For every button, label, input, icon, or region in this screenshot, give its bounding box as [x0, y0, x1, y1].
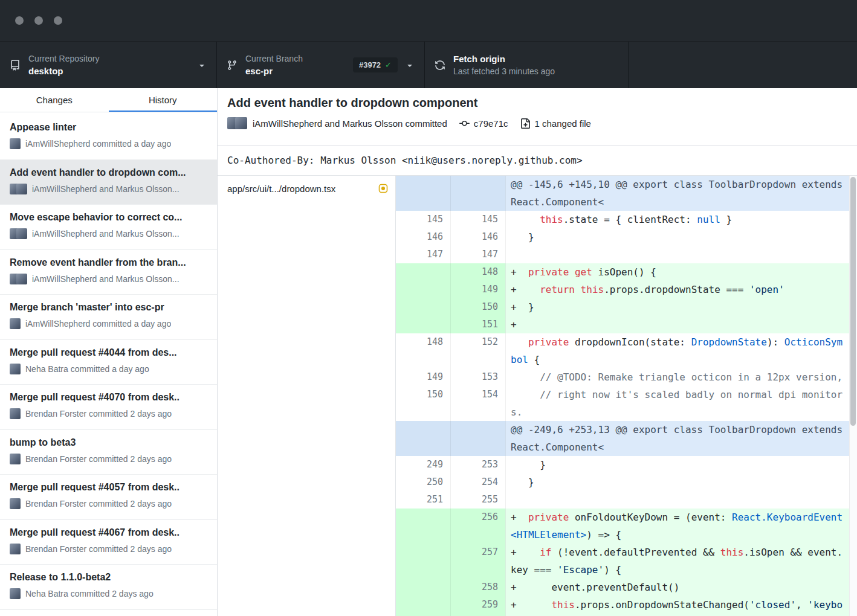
new-line-number: 145 [450, 211, 505, 228]
code-content: + private onFoldoutKeyDown = (event: Rea… [505, 509, 857, 544]
code-content: @@ -145,6 +145,10 @@ export class Toolba… [505, 176, 857, 211]
commit-avatars [10, 274, 27, 284]
app-window: Current Repository desktop Current Branc… [0, 0, 857, 616]
code-content: + if (!event.defaultPrevented && this.is… [505, 544, 857, 579]
chevron-down-icon [405, 60, 415, 70]
chevron-down-icon [197, 60, 207, 70]
commit-meta-text: Brendan Forster committed 2 days ago [25, 544, 172, 554]
commit-meta-text: Brendan Forster committed 2 days ago [25, 409, 172, 419]
new-line-number: 148 [450, 263, 505, 281]
code-content: + [505, 316, 857, 333]
ci-check-icon: ✓ [385, 60, 392, 69]
file-diff-icon [520, 118, 531, 129]
toolbar: Current Repository desktop Current Branc… [0, 41, 857, 88]
code-content: private dropdownIcon(state: DropdownStat… [505, 333, 857, 368]
commit-list-item[interactable]: Merge pull request #4070 from desk.. Bre… [0, 385, 217, 430]
commit-list-item[interactable]: Release to 1.1.0-beta2 Neha Batra commit… [0, 565, 217, 610]
old-line-number [396, 281, 450, 298]
current-branch-name: esc-pr [245, 66, 303, 76]
changed-files-count: 1 changed file [535, 118, 591, 129]
commit-list-item[interactable]: Merge pull request #4044 from des... Neh… [0, 340, 217, 385]
tab-changes[interactable]: Changes [0, 88, 109, 112]
commit-title: bump to beta3 [10, 437, 207, 448]
commit-list-item[interactable]: Merge pull request #4057 from desk.. Bre… [0, 475, 217, 520]
avatar [10, 498, 21, 509]
commit-list-item[interactable]: Remove event handler from the bran... iA… [0, 250, 217, 295]
pull-request-number: #3972 [359, 60, 381, 69]
fetch-origin-button[interactable]: Fetch origin Last fetched 3 minutes ago [425, 42, 629, 88]
commit-title: Merge pull request #4044 from des... [10, 347, 207, 358]
diff-line-added: 259+ this.props.onDropdownStateChanged('… [396, 596, 857, 616]
pull-request-badge: #3972 ✓ [353, 57, 398, 72]
changed-files-group: 1 changed file [520, 118, 591, 129]
sidebar-tabs: Changes History [0, 88, 217, 112]
new-line-number: 151 [450, 316, 505, 333]
scrollbar-thumb[interactable] [850, 177, 856, 426]
new-line-number: 256 [450, 509, 505, 544]
commit-avatars [10, 318, 21, 329]
commit-meta-text: iAmWillShepherd committed a day ago [25, 139, 171, 149]
commit-list-item[interactable]: Merge branch 'master' into esc-pr iAmWil… [0, 295, 217, 340]
current-repository-button[interactable]: Current Repository desktop [0, 42, 217, 88]
commit-list-item[interactable]: Move escape behavior to correct co... iA… [0, 205, 217, 250]
diff-line-context: 147147 [396, 246, 857, 263]
commit-avatars [10, 408, 21, 419]
code-content [505, 246, 857, 263]
commit-list-item[interactable]: Appease linter iAmWillShepherd committed… [0, 115, 217, 160]
old-line-number: 250 [396, 473, 450, 491]
current-branch-label: Current Branch [245, 54, 303, 63]
diff-line-added: 151+ [396, 316, 857, 333]
diff-scrollbar[interactable] [849, 176, 857, 616]
zoom-window-button[interactable] [54, 16, 62, 25]
close-window-button[interactable] [15, 16, 24, 25]
file-list-item[interactable]: app/src/ui/t.../dropdown.tsx [218, 176, 395, 201]
diff-line-added: 258+ event.preventDefault() [396, 579, 857, 596]
commit-list-item[interactable]: Merge pull request #4067 from desk.. Bre… [0, 520, 217, 565]
new-line-number: 146 [450, 228, 505, 246]
minimize-window-button[interactable] [34, 16, 43, 25]
diff-line-context: 249253 } [396, 456, 857, 473]
commit-avatars [10, 544, 21, 554]
code-content: @@ -249,6 +253,13 @@ export class Toolba… [505, 421, 857, 456]
code-content: } [505, 473, 857, 491]
commit-byline: iAmWillShepherd and Markus Olsson commit… [253, 118, 447, 129]
avatar [16, 228, 27, 239]
commit-meta-row: iAmWillShepherd and Markus Olsson commit… [227, 117, 847, 129]
git-branch-icon [227, 60, 238, 71]
commit-meta: Brendan Forster committed 2 days ago [10, 544, 207, 554]
new-line-number: 258 [450, 579, 505, 596]
commit-sha: c79e71c [474, 118, 508, 129]
diff-line-added: 256+ private onFoldoutKeyDown = (event: … [396, 509, 857, 544]
commit-title: Merge pull request #4057 from desk.. [10, 482, 207, 493]
diff-line-context: 150154 // right now it's scaled badly on… [396, 386, 857, 421]
code-content: + return this.props.dropdownState === 'o… [505, 281, 857, 298]
commit-meta: iAmWillShepherd and Markus Olsson... [10, 184, 207, 194]
diff-line-added: 257+ if (!event.defaultPrevented && this… [396, 544, 857, 579]
commit-header: Add event handler to dropdown component … [218, 88, 857, 145]
commit-avatars [10, 228, 27, 239]
titlebar [0, 0, 857, 41]
avatar [10, 454, 21, 464]
commit-list-item[interactable]: Add event handler to dropdown com... iAm… [0, 160, 217, 205]
diff-line-context: 145145 this.state = { clientRect: null } [396, 211, 857, 228]
avatar [10, 364, 21, 374]
commit-meta: Brendan Forster committed 2 days ago [10, 498, 207, 509]
new-line-number [450, 421, 505, 456]
commit-meta-text: Brendan Forster committed 2 days ago [25, 454, 172, 464]
tab-history[interactable]: History [109, 88, 218, 112]
new-line-number: 147 [450, 246, 505, 263]
main-panel: Add event handler to dropdown component … [218, 88, 857, 616]
commit-meta: iAmWillShepherd committed a day ago [10, 138, 207, 149]
commit-meta-text: iAmWillShepherd and Markus Olsson... [32, 184, 179, 194]
commit-meta: iAmWillShepherd and Markus Olsson... [10, 274, 207, 284]
commit-title: Remove event handler from the bran... [10, 257, 207, 268]
current-branch-button[interactable]: Current Branch esc-pr #3972 ✓ [217, 42, 425, 88]
commit-list-item[interactable]: bump to beta3 Brendan Forster committed … [0, 430, 217, 475]
new-line-number: 152 [450, 333, 505, 368]
diff-line-context: 251255 [396, 491, 857, 509]
commit-title: Release to 1.1.0-beta2 [10, 572, 207, 583]
old-line-number: 145 [396, 211, 450, 228]
diff-line-context: 148152 private dropdownIcon(state: Dropd… [396, 333, 857, 368]
commit-list-item[interactable]: Merge pull request #4078 from desk.. [0, 610, 217, 616]
new-line-number: 150 [450, 298, 505, 316]
